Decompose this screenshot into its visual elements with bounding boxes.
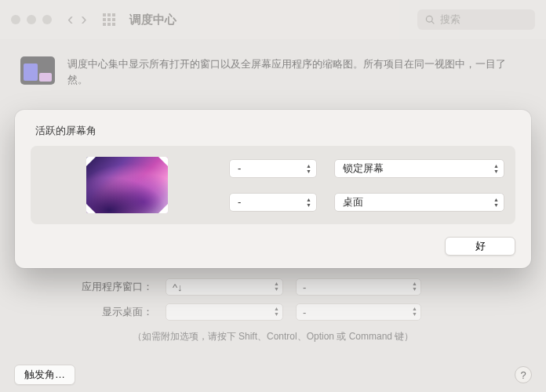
value: -	[238, 196, 241, 208]
value: -	[303, 307, 306, 318]
select-bottom-right-corner[interactable]: 桌面 ▲▼	[334, 193, 504, 212]
chevron-updown-icon: ▲▼	[274, 306, 279, 317]
desktop-preview	[86, 157, 168, 213]
select-show-desktop-shortcut[interactable]: ▲▼	[166, 303, 283, 321]
modifier-hint: （如需附加选项，请按下 Shift、Control、Option 或 Comma…	[31, 330, 515, 343]
bottom-bar: 触发角… ?	[0, 358, 546, 392]
select-bottom-left-corner[interactable]: - ▲▼	[229, 193, 317, 212]
chevron-updown-icon: ▲▼	[274, 281, 279, 292]
ok-button[interactable]: 好	[445, 237, 515, 256]
description-text: 调度中心集中显示所有打开的窗口以及全屏幕应用程序的缩略图。所有项目在同一视图中，…	[67, 56, 526, 88]
back-icon[interactable]: ‹	[67, 11, 73, 28]
corner-indicator-icon	[86, 157, 96, 166]
search-icon	[425, 15, 435, 25]
grid-icon[interactable]	[103, 13, 115, 26]
close-dot[interactable]	[11, 15, 20, 24]
chevron-updown-icon: ▲▼	[493, 197, 499, 208]
row-show-desktop: 显示桌面： ▲▼ - ▲▼	[31, 303, 515, 321]
chevron-updown-icon: ▲▼	[412, 281, 417, 292]
select-app-windows-shortcut[interactable]: ^↓ ▲▼	[166, 278, 283, 296]
hot-corners-button[interactable]: 触发角…	[14, 365, 75, 385]
nav-arrows: ‹ ›	[67, 11, 87, 28]
label-app-windows: 应用程序窗口：	[31, 280, 153, 294]
search-field[interactable]: 搜索	[417, 9, 535, 30]
value: ^↓	[173, 281, 183, 293]
description-row: 调度中心集中显示所有打开的窗口以及全屏幕应用程序的缩略图。所有项目在同一视图中，…	[0, 39, 546, 100]
window-title: 调度中心	[129, 13, 177, 27]
minimize-dot[interactable]	[27, 15, 36, 24]
window-controls	[11, 15, 52, 24]
chevron-updown-icon: ▲▼	[306, 197, 311, 208]
background-shortcuts: 应用程序窗口： ^↓ ▲▼ - ▲▼ 显示桌面： ▲▼ - ▲▼ （如需附加选项…	[0, 278, 546, 343]
hot-corners-sheet: 活跃的屏幕角 - ▲▼ 锁定屏幕 ▲▼ - ▲▼ 桌面 ▲▼ 好	[15, 110, 531, 268]
corner-grid: - ▲▼ 锁定屏幕 ▲▼ - ▲▼ 桌面 ▲▼	[31, 146, 515, 224]
corner-indicator-icon	[158, 157, 168, 166]
select-app-windows-mouse[interactable]: - ▲▼	[296, 278, 421, 296]
sheet-title: 活跃的屏幕角	[31, 124, 515, 138]
value: -	[303, 281, 306, 293]
corner-indicator-icon	[158, 204, 168, 213]
select-top-right-corner[interactable]: 锁定屏幕 ▲▼	[334, 159, 504, 178]
toolbar: ‹ › 调度中心 搜索	[0, 0, 546, 39]
chevron-updown-icon: ▲▼	[306, 163, 311, 174]
value: 锁定屏幕	[343, 162, 384, 176]
select-top-left-corner[interactable]: - ▲▼	[229, 159, 317, 178]
forward-icon[interactable]: ›	[81, 11, 86, 28]
chevron-updown-icon: ▲▼	[412, 306, 417, 317]
chevron-updown-icon: ▲▼	[493, 163, 499, 174]
zoom-dot[interactable]	[42, 15, 52, 24]
value: 桌面	[343, 195, 363, 209]
label-show-desktop: 显示桌面：	[31, 305, 153, 319]
search-placeholder: 搜索	[440, 13, 460, 27]
row-app-windows: 应用程序窗口： ^↓ ▲▼ - ▲▼	[31, 278, 515, 296]
sheet-footer: 好	[31, 237, 515, 256]
corner-indicator-icon	[86, 204, 96, 213]
value: -	[238, 162, 241, 174]
help-button[interactable]: ?	[515, 366, 532, 383]
select-show-desktop-mouse[interactable]: - ▲▼	[296, 303, 421, 321]
mission-control-icon	[20, 56, 55, 85]
